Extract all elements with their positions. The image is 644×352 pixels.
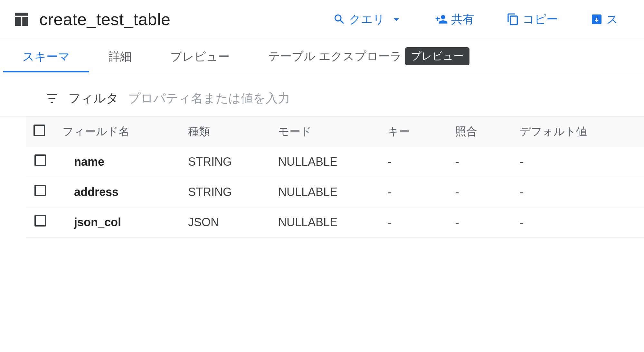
page-header: create_test_table クエリ 共有 コピー ス bbox=[0, 0, 644, 39]
share-button[interactable]: 共有 bbox=[435, 12, 474, 27]
query-button-label: クエリ bbox=[349, 12, 385, 27]
tab-schema[interactable]: スキーマ bbox=[3, 41, 89, 72]
tab-details[interactable]: 詳細 bbox=[89, 41, 151, 72]
col-header-key: キー bbox=[380, 116, 448, 147]
filter-bar: フィルタ bbox=[0, 74, 644, 116]
schema-table: フィールド名 種類 モード キー 照合 デフォルト値 name STRING N… bbox=[0, 116, 644, 237]
header-actions: クエリ 共有 コピー ス bbox=[333, 12, 631, 27]
row-checkbox[interactable] bbox=[34, 215, 46, 227]
select-all-checkbox[interactable] bbox=[33, 125, 45, 136]
table-header-row: フィールド名 種類 モード キー 照合 デフォルト値 bbox=[26, 116, 644, 147]
field-type-cell: STRING bbox=[180, 177, 270, 207]
field-key-cell: - bbox=[380, 177, 448, 207]
field-default-cell: - bbox=[512, 207, 644, 237]
field-mode-cell: NULLABLE bbox=[270, 147, 380, 177]
field-default-cell: - bbox=[512, 177, 644, 207]
col-header-mode: モード bbox=[270, 116, 380, 147]
field-collation-cell: - bbox=[448, 177, 512, 207]
filter-input[interactable] bbox=[128, 91, 628, 105]
row-checkbox[interactable] bbox=[34, 154, 46, 166]
field-key-cell: - bbox=[380, 147, 448, 177]
col-header-collation: 照合 bbox=[448, 116, 512, 147]
tab-table-explorer-label: テーブル エクスプローラ bbox=[268, 49, 402, 64]
snapshot-button-label: ス bbox=[606, 12, 618, 27]
field-mode-cell: NULLABLE bbox=[270, 207, 380, 237]
dropdown-icon bbox=[390, 13, 403, 26]
tabs-bar: スキーマ 詳細 プレビュー テーブル エクスプローラ プレビュー bbox=[0, 39, 644, 74]
field-type-cell: JSON bbox=[180, 207, 270, 237]
preview-badge: プレビュー bbox=[405, 47, 469, 65]
share-button-label: 共有 bbox=[451, 12, 474, 27]
search-icon bbox=[333, 13, 346, 26]
field-mode-cell: NULLABLE bbox=[270, 177, 380, 207]
copy-button-label: コピー bbox=[523, 12, 558, 27]
table-row: address STRING NULLABLE - - - bbox=[26, 177, 644, 207]
col-header-default: デフォルト値 bbox=[512, 116, 644, 147]
snapshot-button[interactable]: ス bbox=[590, 12, 618, 27]
query-button[interactable]: クエリ bbox=[333, 12, 403, 27]
snapshot-icon bbox=[590, 13, 603, 26]
filter-icon bbox=[45, 92, 59, 105]
table-row: json_col JSON NULLABLE - - - bbox=[26, 207, 644, 237]
table-row: name STRING NULLABLE - - - bbox=[26, 147, 644, 177]
col-header-field-name: フィールド名 bbox=[55, 116, 180, 147]
tab-table-explorer[interactable]: テーブル エクスプローラ プレビュー bbox=[249, 39, 476, 74]
col-header-type: 種類 bbox=[180, 116, 270, 147]
table-icon bbox=[13, 11, 30, 28]
filter-label: フィルタ bbox=[68, 90, 118, 107]
field-default-cell: - bbox=[512, 147, 644, 177]
field-name-cell: name bbox=[55, 147, 180, 177]
field-collation-cell: - bbox=[448, 147, 512, 177]
add-person-icon bbox=[435, 13, 448, 26]
tab-preview[interactable]: プレビュー bbox=[151, 41, 249, 72]
field-name-cell: address bbox=[55, 177, 180, 207]
copy-icon bbox=[507, 13, 519, 26]
field-name-cell: json_col bbox=[55, 207, 180, 237]
field-collation-cell: - bbox=[448, 207, 512, 237]
field-key-cell: - bbox=[380, 207, 448, 237]
copy-button[interactable]: コピー bbox=[507, 12, 558, 27]
field-type-cell: STRING bbox=[180, 147, 270, 177]
row-checkbox[interactable] bbox=[34, 185, 46, 196]
page-title: create_test_table bbox=[39, 10, 170, 29]
